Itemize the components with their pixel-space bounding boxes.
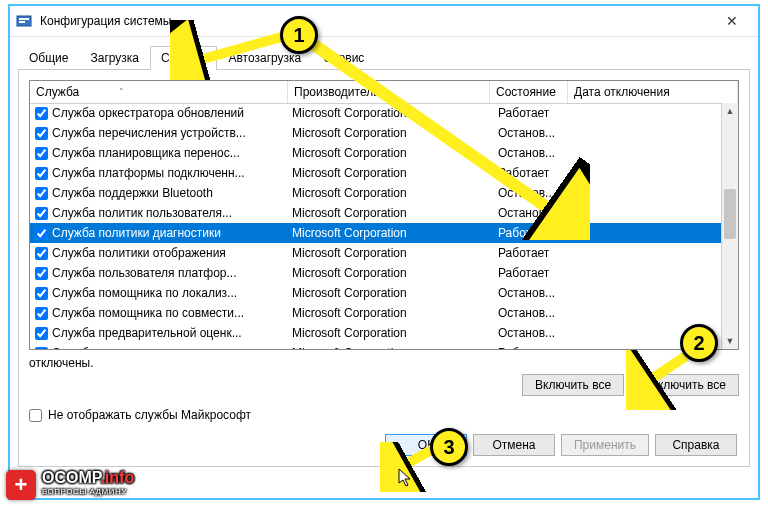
service-checkbox[interactable]: [35, 347, 48, 350]
table-row[interactable]: Служба политики диагностикиMicrosoft Cor…: [30, 223, 722, 243]
services-list[interactable]: Служба ˄ Производитель Состояние Дата от…: [29, 80, 739, 350]
service-checkbox[interactable]: [35, 107, 48, 120]
service-name: Служба политики диагностики: [52, 226, 292, 240]
service-checkbox[interactable]: [35, 287, 48, 300]
service-checkbox[interactable]: [35, 247, 48, 260]
service-state: Останов...: [498, 206, 576, 220]
service-name: Служба проверки сети антивиру...: [52, 346, 292, 349]
table-row[interactable]: Служба планировщика перенос...Microsoft …: [30, 143, 722, 163]
logo-plus-icon: +: [6, 470, 36, 500]
service-name: Служба пользователя платфор...: [52, 266, 292, 280]
svg-rect-2: [19, 21, 25, 23]
service-state: Работает: [498, 266, 576, 280]
service-manufacturer: Microsoft Corporation: [292, 206, 498, 220]
tab-strip: Общие Загрузка Службы Автозагрузка Серви…: [10, 37, 758, 69]
hide-ms-services-input[interactable]: [29, 409, 42, 422]
table-row[interactable]: Служба платформы подключенн...Microsoft …: [30, 163, 722, 183]
enable-all-button[interactable]: Включить все: [522, 374, 624, 396]
disable-all-button[interactable]: Отключить все: [630, 374, 739, 396]
service-name: Служба поддержки Bluetooth: [52, 186, 292, 200]
service-name: Служба перечисления устройств...: [52, 126, 292, 140]
service-state: Останов...: [498, 146, 576, 160]
table-row[interactable]: Служба пользователя платфор...Microsoft …: [30, 263, 722, 283]
help-button[interactable]: Справка: [655, 434, 737, 456]
table-row[interactable]: Служба политик пользователя...Microsoft …: [30, 203, 722, 223]
service-state: Работает: [498, 166, 576, 180]
msconfig-window: Конфигурация системы ✕ Общие Загрузка Сл…: [8, 4, 760, 500]
service-checkbox[interactable]: [35, 187, 48, 200]
service-manufacturer: Microsoft Corporation: [292, 246, 498, 260]
col-manufacturer[interactable]: Производитель: [288, 81, 490, 103]
service-checkbox[interactable]: [35, 267, 48, 280]
annotation-step-2: 2: [680, 324, 718, 362]
scroll-track[interactable]: [722, 119, 738, 333]
tab-tools[interactable]: Сервис: [312, 46, 375, 70]
service-state: Работает: [498, 246, 576, 260]
sort-indicator-icon: ˄: [119, 87, 124, 97]
hide-ms-services-label: Не отображать службы Майкрософт: [48, 408, 251, 422]
table-row[interactable]: Служба помощника по локализ...Microsoft …: [30, 283, 722, 303]
table-row[interactable]: Служба поддержки BluetoothMicrosoft Corp…: [30, 183, 722, 203]
tab-boot[interactable]: Загрузка: [79, 46, 150, 70]
service-manufacturer: Microsoft Corporation: [292, 266, 498, 280]
service-checkbox[interactable]: [35, 227, 48, 240]
service-state: Останов...: [498, 186, 576, 200]
annotation-step-1: 1: [280, 16, 318, 54]
note-text: отключены.: [29, 356, 522, 396]
apply-button[interactable]: Применить: [561, 434, 649, 456]
scroll-up-icon[interactable]: ▲: [722, 103, 738, 119]
service-manufacturer: Microsoft Corporation: [292, 346, 498, 349]
close-button[interactable]: ✕: [712, 13, 752, 29]
tab-services[interactable]: Службы: [150, 46, 217, 70]
service-checkbox[interactable]: [35, 327, 48, 340]
service-manufacturer: Microsoft Corporation: [292, 146, 498, 160]
col-state[interactable]: Состояние: [490, 81, 568, 103]
service-manufacturer: Microsoft Corporation: [292, 126, 498, 140]
table-row[interactable]: Служба проверки сети антивиру...Microsof…: [30, 343, 722, 349]
table-row[interactable]: Служба политики отображенияMicrosoft Cor…: [30, 243, 722, 263]
annotation-step-3: 3: [430, 428, 468, 466]
hide-ms-services-checkbox[interactable]: Не отображать службы Майкрософт: [29, 408, 739, 422]
service-state: Работает: [498, 106, 576, 120]
service-name: Служба политики отображения: [52, 246, 292, 260]
service-checkbox[interactable]: [35, 147, 48, 160]
service-manufacturer: Microsoft Corporation: [292, 226, 498, 240]
service-name: Служба политик пользователя...: [52, 206, 292, 220]
table-row[interactable]: Служба помощника по совмести...Microsoft…: [30, 303, 722, 323]
service-manufacturer: Microsoft Corporation: [292, 306, 498, 320]
service-state: Останов...: [498, 306, 576, 320]
service-state: Останов...: [498, 286, 576, 300]
table-row[interactable]: Служба перечисления устройств...Microsof…: [30, 123, 722, 143]
col-service[interactable]: Служба ˄: [30, 81, 288, 103]
service-checkbox[interactable]: [35, 127, 48, 140]
col-disable-date[interactable]: Дата отключения: [568, 81, 738, 103]
scroll-down-icon[interactable]: ▼: [722, 333, 738, 349]
service-manufacturer: Microsoft Corporation: [292, 286, 498, 300]
service-name: Служба помощника по локализ...: [52, 286, 292, 300]
service-checkbox[interactable]: [35, 207, 48, 220]
service-checkbox[interactable]: [35, 307, 48, 320]
table-row[interactable]: Служба оркестратора обновленийMicrosoft …: [30, 103, 722, 123]
service-name: Служба платформы подключенн...: [52, 166, 292, 180]
tab-general[interactable]: Общие: [18, 46, 79, 70]
mouse-cursor-icon: [398, 468, 414, 493]
services-panel: Служба ˄ Производитель Состояние Дата от…: [18, 69, 750, 467]
window-title: Конфигурация системы: [40, 14, 712, 28]
titlebar: Конфигурация системы ✕: [10, 6, 758, 37]
logo-text: OCOMP.info ВОПРОСЫ АДМИНУ: [42, 471, 134, 499]
app-icon: [16, 13, 32, 29]
service-state: Работает: [498, 226, 576, 240]
service-manufacturer: Microsoft Corporation: [292, 326, 498, 340]
cancel-button[interactable]: Отмена: [473, 434, 555, 456]
service-manufacturer: Microsoft Corporation: [292, 166, 498, 180]
service-checkbox[interactable]: [35, 167, 48, 180]
service-name: Служба планировщика перенос...: [52, 146, 292, 160]
scroll-thumb[interactable]: [724, 189, 736, 239]
list-header: Служба ˄ Производитель Состояние Дата от…: [30, 81, 738, 104]
service-name: Служба предварительной оценк...: [52, 326, 292, 340]
table-row[interactable]: Служба предварительной оценк...Microsoft…: [30, 323, 722, 343]
svg-rect-1: [19, 18, 29, 20]
service-state: Останов...: [498, 326, 576, 340]
vertical-scrollbar[interactable]: ▲ ▼: [721, 103, 738, 349]
service-manufacturer: Microsoft Corporation: [292, 186, 498, 200]
